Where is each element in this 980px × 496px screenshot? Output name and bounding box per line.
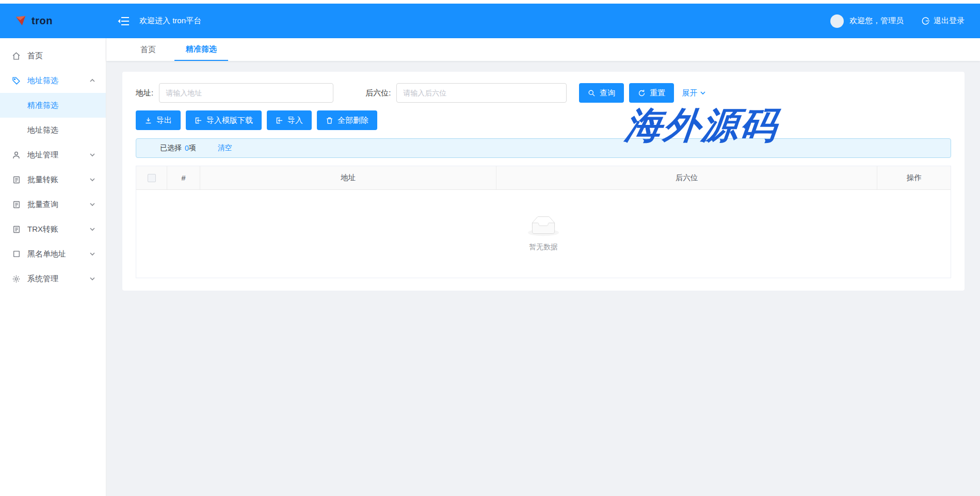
reset-button[interactable]: 重置 (629, 83, 674, 103)
selection-alert: 已选择 0 项 清空 (136, 138, 951, 158)
chevron-down-icon (700, 90, 706, 96)
sidebar-item-address-manage[interactable]: 地址管理 (0, 142, 106, 167)
tag-icon (12, 76, 21, 85)
sidebar-item-label: 地址筛选 (27, 76, 58, 86)
welcome-text: 欢迎进入 tron平台 (139, 16, 201, 26)
column-suffix: 后六位 (496, 166, 877, 189)
document-icon (12, 175, 21, 184)
sidebar-item-label: 系统管理 (27, 274, 58, 284)
chevron-down-icon (89, 177, 95, 183)
tron-logo-icon (15, 16, 27, 26)
refresh-icon (638, 89, 646, 97)
document-icon (12, 200, 21, 209)
chevron-down-icon (89, 226, 95, 232)
sidebar-item-batch-query[interactable]: 批量查询 (0, 192, 106, 217)
toolbar: 导出 导入模版下载 导入 (136, 110, 951, 130)
search-icon (588, 89, 596, 97)
page-top-gap (0, 0, 980, 4)
sidebar-subitem-label: 精准筛选 (27, 101, 58, 110)
sidebar-item-label: TRX转账 (27, 225, 58, 234)
address-label: 地址: (136, 88, 153, 98)
chevron-down-icon (89, 201, 95, 207)
tab-bar: 首页 精准筛选 (106, 38, 980, 61)
empty-text: 暂无数据 (529, 243, 558, 252)
suffix-input[interactable] (396, 83, 567, 103)
template-download-button[interactable]: 导入模版下载 (186, 110, 262, 130)
chevron-up-icon (89, 77, 95, 84)
filter-card: 地址: 后六位: 查询 (122, 72, 965, 291)
select-all-cell (136, 166, 167, 189)
column-actions: 操作 (877, 166, 951, 189)
column-address: 地址 (200, 166, 496, 189)
sidebar-item-label: 批量查询 (27, 200, 58, 210)
collapse-menu-icon[interactable] (118, 17, 129, 26)
sidebar-item-label: 批量转账 (27, 175, 58, 185)
table-body: 暂无数据 (136, 190, 951, 278)
avatar[interactable] (830, 14, 844, 28)
chevron-down-icon (89, 276, 95, 282)
selected-prefix: 已选择 (160, 143, 182, 153)
sidebar-item-label: 黑名单地址 (27, 249, 66, 259)
square-icon (12, 250, 21, 258)
sidebar: 首页 地址筛选 精准筛选 地址筛选 地址管理 (0, 38, 106, 496)
sidebar-subitem-precise-filter[interactable]: 精准筛选 (0, 93, 106, 118)
chevron-down-icon (89, 152, 95, 158)
data-table: # 地址 后六位 操作 暂无数据 (136, 166, 951, 278)
sidebar-subitem-label: 地址筛选 (27, 125, 58, 135)
user-greeting: 欢迎您，管理员 (849, 16, 904, 26)
sidebar-item-address-filter[interactable]: 地址筛选 (0, 68, 106, 93)
trash-icon (326, 117, 333, 124)
app-shell: tron 欢迎进入 tron平台 欢迎您，管理员 退出登录 (0, 4, 980, 496)
user-info[interactable]: 欢迎您，管理员 (830, 14, 904, 28)
tab-home[interactable]: 首页 (129, 38, 167, 61)
search-button[interactable]: 查询 (579, 83, 624, 103)
empty-state: 暂无数据 (528, 216, 559, 252)
gear-icon (12, 275, 21, 283)
filter-form: 地址: 后六位: 查询 (136, 83, 951, 103)
expand-link[interactable]: 展开 (682, 88, 706, 98)
home-icon (12, 52, 21, 60)
logout-icon (921, 17, 930, 25)
logout-label: 退出登录 (934, 16, 965, 26)
import-button[interactable]: 导入 (267, 110, 312, 130)
import-icon (276, 117, 283, 124)
sidebar-item-label: 地址管理 (27, 150, 58, 160)
delete-all-button[interactable]: 全部删除 (317, 110, 377, 130)
address-input[interactable] (159, 83, 333, 103)
sidebar-item-system-manage[interactable]: 系统管理 (0, 266, 106, 291)
select-all-checkbox[interactable] (148, 174, 156, 182)
logo-text: tron (31, 15, 53, 27)
import-icon (195, 117, 202, 124)
table-header: # 地址 后六位 操作 (136, 166, 951, 190)
sidebar-item-blacklist[interactable]: 黑名单地址 (0, 242, 106, 266)
column-index: # (167, 166, 200, 189)
sidebar-item-label: 首页 (27, 51, 43, 61)
user-icon (12, 151, 21, 159)
header-right: 欢迎您，管理员 退出登录 (830, 14, 980, 28)
logout-button[interactable]: 退出登录 (921, 16, 965, 26)
tab-precise-filter[interactable]: 精准筛选 (174, 38, 228, 61)
selected-unit: 项 (189, 143, 196, 153)
selected-count: 0 (185, 144, 189, 152)
empty-inbox-icon (528, 216, 559, 238)
download-icon (144, 117, 152, 124)
chevron-down-icon (89, 251, 95, 257)
sidebar-subitem-address-filter[interactable]: 地址筛选 (0, 118, 106, 142)
logo: tron (0, 4, 106, 38)
top-header: tron 欢迎进入 tron平台 欢迎您，管理员 退出登录 (0, 4, 980, 38)
document-icon (12, 225, 21, 234)
clear-selection-link[interactable]: 清空 (218, 143, 232, 153)
content: 地址: 后六位: 查询 (106, 61, 980, 291)
main-area: 首页 精准筛选 地址: 后六位: 查询 (106, 38, 980, 496)
export-button[interactable]: 导出 (136, 110, 181, 130)
sidebar-item-batch-transfer[interactable]: 批量转账 (0, 167, 106, 192)
sidebar-item-home[interactable]: 首页 (0, 43, 106, 68)
sidebar-item-trx-transfer[interactable]: TRX转账 (0, 217, 106, 242)
suffix-label: 后六位: (365, 88, 391, 98)
